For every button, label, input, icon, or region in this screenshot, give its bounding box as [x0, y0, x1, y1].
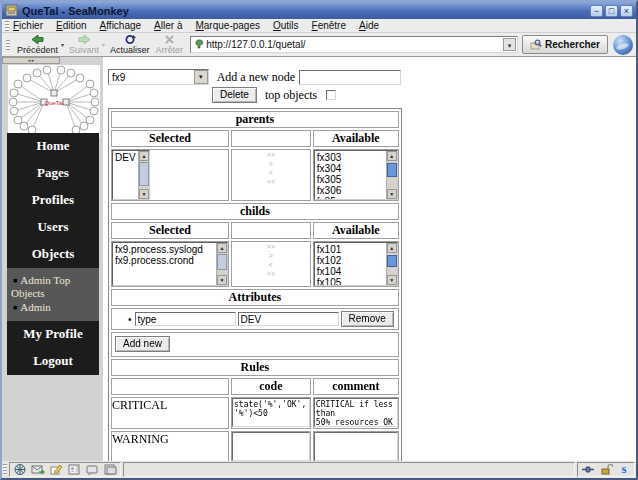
- seamonkey-s-icon[interactable]: S: [617, 463, 631, 476]
- close-button[interactable]: ×: [620, 5, 633, 17]
- sidebar-item-logout[interactable]: Logout: [7, 348, 99, 375]
- menu-edition[interactable]: Edition: [56, 20, 87, 31]
- page-proxy-icon[interactable]: [194, 39, 204, 50]
- sidebar-item-admin-top-objects[interactable]: ■Admin Top Objects: [11, 273, 96, 300]
- menubar-grippy[interactable]: [5, 21, 9, 31]
- sidebar-item-admin[interactable]: ■Admin: [11, 300, 96, 315]
- scrollbar[interactable]: ▲ ▼: [386, 151, 397, 199]
- parents-transfer-controls: >> > < <<: [232, 150, 310, 186]
- menu-marque-pages[interactable]: Marque-pages: [195, 20, 260, 31]
- sidebar-item-users[interactable]: Users: [7, 214, 99, 241]
- sidebar-item-profiles[interactable]: Profiles: [7, 187, 99, 214]
- offline-plug-icon[interactable]: [581, 463, 595, 476]
- statusbar-grippy[interactable]: [3, 464, 7, 475]
- bookmarks-panel-icon[interactable]: [103, 463, 117, 476]
- titlebar[interactable]: QueTal - SeaMonkey − □ ×: [2, 2, 636, 19]
- list-item[interactable]: fx104: [317, 266, 384, 277]
- sidebar-item-pages[interactable]: Pages: [7, 160, 99, 187]
- scrollbar-thumb[interactable]: [217, 254, 227, 270]
- reload-button[interactable]: Actualiser: [107, 33, 153, 56]
- sidebar-splitter[interactable]: ◂ ▸: [2, 57, 60, 64]
- scroll-down-icon[interactable]: ▼: [139, 189, 149, 199]
- menu-fichier[interactable]: Fichier: [13, 20, 43, 31]
- parents-selected-listbox[interactable]: DEV ▲ ▼: [112, 150, 150, 200]
- list-item[interactable]: fx9.process.crond: [115, 255, 214, 266]
- list-item[interactable]: fx105: [317, 277, 384, 285]
- move-left-button[interactable]: >: [269, 251, 273, 260]
- attribute-value-input[interactable]: [238, 312, 339, 326]
- scroll-up-icon[interactable]: ▲: [387, 243, 397, 253]
- scroll-up-icon[interactable]: ▲: [139, 151, 149, 161]
- scroll-up-icon[interactable]: ▲: [387, 151, 397, 161]
- scroll-down-icon[interactable]: ▼: [387, 275, 397, 285]
- move-right-button[interactable]: <: [269, 260, 273, 269]
- security-lock-icon[interactable]: [599, 463, 613, 476]
- move-all-left-button[interactable]: >>: [267, 242, 275, 251]
- move-right-button[interactable]: <: [269, 168, 273, 177]
- url-bar[interactable]: ▾: [190, 36, 518, 53]
- scrollbar[interactable]: ▲ ▼: [216, 243, 227, 285]
- stop-button[interactable]: Arrêter: [153, 33, 187, 56]
- mail-icon[interactable]: [31, 463, 45, 476]
- rule-code-warning[interactable]: [232, 432, 310, 461]
- menu-affichage[interactable]: Affichage: [100, 20, 142, 31]
- scrollbar-thumb[interactable]: [387, 255, 397, 267]
- attribute-name-input[interactable]: [135, 312, 236, 326]
- rule-code-critical[interactable]: state('%','OK','%')<50: [232, 398, 310, 427]
- back-button[interactable]: Précédent: [14, 33, 61, 56]
- scroll-down-icon[interactable]: ▼: [387, 189, 397, 199]
- maximize-button[interactable]: □: [605, 5, 618, 17]
- scrollbar-thumb[interactable]: [387, 163, 397, 177]
- sidebar-item-home[interactable]: Home: [7, 133, 99, 160]
- rule-comment-warning[interactable]: [314, 432, 398, 461]
- back-dropdown-icon[interactable]: ▾: [61, 41, 64, 48]
- toolbar-grippy[interactable]: [6, 40, 10, 50]
- forward-dropdown-icon[interactable]: ▾: [102, 41, 105, 48]
- add-node-input[interactable]: [299, 70, 401, 85]
- menu-fenetre[interactable]: Fenêtre: [312, 20, 346, 31]
- list-item[interactable]: fx102: [317, 255, 384, 266]
- address-book-icon[interactable]: [67, 463, 81, 476]
- menu-aide[interactable]: Aide: [359, 20, 379, 31]
- url-dropdown-button[interactable]: ▾: [503, 38, 516, 51]
- list-item[interactable]: fx305: [317, 174, 384, 185]
- move-left-button[interactable]: >: [269, 159, 273, 168]
- scroll-down-icon[interactable]: ▼: [217, 275, 227, 285]
- list-item[interactable]: fx35: [317, 196, 384, 199]
- list-item[interactable]: fx9.process.syslogd: [115, 244, 214, 255]
- node-select[interactable]: fx9 ▼: [108, 69, 209, 85]
- menu-aller-a[interactable]: Aller à: [154, 20, 182, 31]
- add-new-attribute-button[interactable]: Add new: [115, 336, 170, 352]
- url-input[interactable]: [204, 39, 503, 50]
- move-all-right-button[interactable]: <<: [267, 269, 275, 278]
- sidebar-item-my-profile[interactable]: My Profile: [7, 321, 99, 348]
- scrollbar[interactable]: ▲ ▼: [138, 151, 149, 199]
- rule-comment-critical[interactable]: CRITICAL if less than 50% resources OK: [314, 398, 398, 427]
- parents-available-listbox[interactable]: fx303 fx304 fx305 fx306 fx35 ▲ ▼: [314, 150, 398, 200]
- list-item[interactable]: fx303: [317, 152, 384, 163]
- childs-available-listbox[interactable]: fx101 fx102 fx104 fx105 fx201 ▲ ▼: [314, 242, 398, 286]
- top-objects-checkbox[interactable]: [326, 90, 336, 100]
- childs-selected-listbox[interactable]: fx9.process.syslogd fx9.process.crond ▲ …: [112, 242, 228, 286]
- menu-outils[interactable]: Outils: [273, 20, 299, 31]
- scrollbar-thumb[interactable]: [139, 162, 149, 186]
- remove-attribute-button[interactable]: Remove: [341, 311, 394, 327]
- navigator-icon[interactable]: [13, 463, 27, 476]
- chat-icon[interactable]: [85, 463, 99, 476]
- chevron-down-icon[interactable]: ▼: [194, 70, 208, 84]
- move-all-right-button[interactable]: <<: [267, 177, 275, 186]
- scrollbar[interactable]: ▲ ▼: [386, 243, 397, 285]
- list-item[interactable]: fx304: [317, 163, 384, 174]
- list-item[interactable]: DEV: [115, 152, 136, 163]
- forward-button[interactable]: Suivant: [66, 33, 102, 56]
- sidebar-item-objects[interactable]: Objects: [7, 241, 99, 268]
- minimize-button[interactable]: −: [590, 5, 603, 17]
- list-item[interactable]: fx101: [317, 244, 384, 255]
- throbber-icon[interactable]: [613, 35, 633, 55]
- move-all-left-button[interactable]: >>: [267, 150, 275, 159]
- scroll-up-icon[interactable]: ▲: [217, 243, 227, 253]
- composer-icon[interactable]: [49, 463, 63, 476]
- search-button[interactable]: Rechercher: [522, 35, 608, 54]
- list-item[interactable]: fx306: [317, 185, 384, 196]
- delete-button[interactable]: Delete: [212, 87, 257, 103]
